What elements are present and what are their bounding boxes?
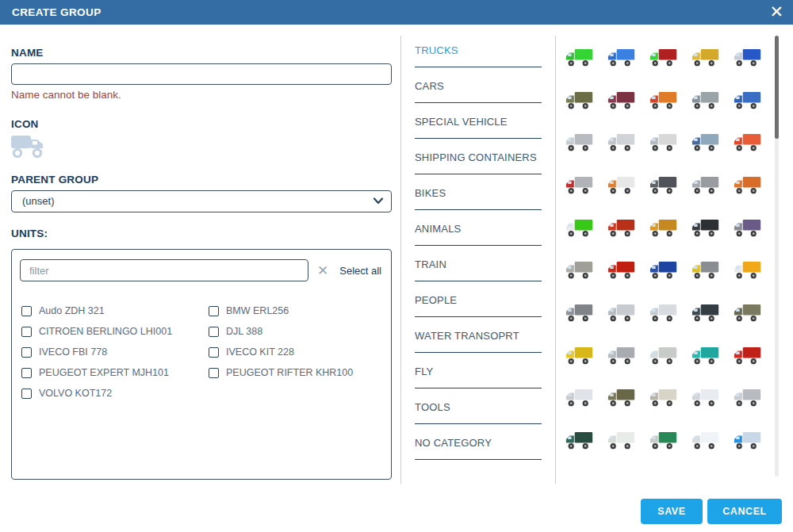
unit-row[interactable]: Audo ZDH 321: [21, 300, 209, 321]
scrollbar-thumb[interactable]: [775, 36, 779, 139]
unit-row[interactable]: IVECO KIT 228: [209, 342, 383, 362]
truck-icon[interactable]: [642, 121, 684, 163]
unit-row[interactable]: CITROEN BERLINGO LHI001: [21, 321, 209, 342]
unit-row[interactable]: PEUGEOT RIFTER KHR100: [209, 362, 383, 383]
truck-icon[interactable]: [600, 377, 642, 419]
scrollbar-track[interactable]: [775, 36, 779, 477]
category-list: TRUCKS CARS SPECIAL VEHICLE SHIPPING CON…: [415, 37, 542, 465]
unit-checkbox[interactable]: [21, 306, 32, 316]
truck-icon[interactable]: [726, 206, 768, 249]
category-item[interactable]: PEOPLE: [415, 287, 542, 317]
truck-icon[interactable]: [600, 206, 642, 249]
category-item[interactable]: CARS: [415, 73, 542, 103]
truck-icon[interactable]: [558, 36, 600, 78]
truck-icon[interactable]: [642, 377, 684, 419]
truck-icon[interactable]: [684, 36, 726, 78]
truck-icon[interactable]: [642, 291, 684, 334]
truck-icon[interactable]: [642, 248, 684, 291]
category-item[interactable]: SPECIAL VEHICLE: [415, 109, 542, 139]
truck-icon[interactable]: [684, 163, 726, 206]
category-item[interactable]: WATER TRANSOPRT: [415, 323, 542, 353]
truck-icon[interactable]: [642, 163, 684, 206]
truck-icon[interactable]: [726, 248, 768, 291]
category-item[interactable]: TRUCKS: [415, 37, 542, 67]
truck-icon[interactable]: [684, 206, 726, 249]
truck-icon[interactable]: [726, 291, 768, 334]
truck-icon[interactable]: [684, 377, 726, 419]
unit-row[interactable]: VOLVO KOT172: [21, 383, 209, 404]
unit-label: Audo ZDH 321: [39, 305, 105, 316]
cancel-button[interactable]: CANCEL: [707, 499, 782, 524]
unit-row[interactable]: IVECO FBI 778: [21, 342, 209, 362]
units-box: ✕ Select all Audo ZDH 321 BMW ERL256 CIT…: [11, 249, 392, 480]
category-item[interactable]: SHIPPING CONTAINERS: [415, 144, 542, 174]
truck-icon[interactable]: [600, 163, 642, 206]
truck-icon[interactable]: [684, 334, 726, 377]
filter-input[interactable]: [20, 259, 308, 281]
truck-icon[interactable]: [600, 248, 642, 291]
truck-icon[interactable]: [600, 419, 642, 461]
unit-checkbox[interactable]: [209, 327, 219, 337]
truck-icon[interactable]: [558, 291, 600, 334]
truck-icon[interactable]: [558, 334, 600, 377]
create-group-dialog: CREATE GROUP ✕ NAME Name cannot be blank…: [0, 0, 793, 532]
unit-row[interactable]: DJL 388: [209, 321, 383, 342]
truck-icon[interactable]: [642, 334, 684, 377]
truck-icon[interactable]: [558, 121, 600, 163]
truck-icon[interactable]: [558, 248, 600, 291]
truck-icon[interactable]: [600, 78, 642, 121]
category-label: FLY: [415, 366, 433, 377]
truck-icon[interactable]: [642, 78, 684, 121]
unit-checkbox[interactable]: [21, 388, 32, 399]
unit-row[interactable]: BMW ERL256: [209, 300, 383, 321]
truck-icon[interactable]: [558, 78, 600, 121]
truck-icon[interactable]: [642, 206, 684, 249]
truck-icon[interactable]: [684, 291, 726, 334]
truck-icon[interactable]: [726, 334, 768, 377]
category-item[interactable]: ANIMALS: [415, 216, 542, 246]
name-input[interactable]: [11, 63, 392, 85]
category-item[interactable]: TRAIN: [415, 251, 542, 281]
truck-icon[interactable]: [600, 334, 642, 377]
select-all-link[interactable]: Select all: [339, 265, 381, 277]
truck-icon[interactable]: [726, 419, 768, 461]
truck-icon[interactable]: [726, 377, 768, 419]
unit-checkbox[interactable]: [209, 368, 219, 378]
truck-icon[interactable]: [600, 121, 642, 163]
unit-checkbox[interactable]: [21, 368, 32, 378]
truck-icon[interactable]: [684, 419, 726, 461]
category-item[interactable]: NO CATEGORY: [415, 430, 542, 460]
category-label: TOOLS: [415, 401, 450, 413]
truck-icon[interactable]: [600, 36, 642, 78]
truck-icon[interactable]: [558, 419, 600, 461]
category-item[interactable]: TOOLS: [415, 394, 542, 424]
clear-filter-icon[interactable]: ✕: [317, 264, 328, 277]
unit-checkbox[interactable]: [209, 306, 219, 316]
unit-checkbox[interactable]: [209, 347, 219, 358]
truck-icon[interactable]: [558, 206, 600, 249]
truck-icon[interactable]: [558, 163, 600, 206]
truck-icon[interactable]: [726, 78, 768, 121]
close-icon[interactable]: ✕: [769, 0, 783, 23]
truck-icon[interactable]: [684, 248, 726, 291]
unit-checkbox[interactable]: [21, 347, 32, 358]
unit-row[interactable]: PEUGEOT EXPERT MJH101: [21, 362, 209, 383]
truck-icon[interactable]: [726, 163, 768, 206]
parent-group-select[interactable]: (unset): [11, 190, 392, 212]
truck-icon[interactable]: [684, 121, 726, 163]
divider-right: [555, 36, 556, 484]
category-item[interactable]: FLY: [415, 358, 542, 388]
truck-icon[interactable]: [600, 291, 642, 334]
unit-checkbox[interactable]: [21, 327, 32, 337]
truck-icon[interactable]: [558, 377, 600, 419]
truck-icon[interactable]: [684, 78, 726, 121]
truck-icon[interactable]: [642, 419, 684, 461]
truck-icon[interactable]: [726, 36, 768, 78]
parent-group-label: PARENT GROUP: [11, 174, 98, 186]
filter-row: ✕ Select all: [20, 259, 383, 281]
truck-icon[interactable]: [642, 36, 684, 78]
save-button[interactable]: SAVE: [641, 499, 703, 524]
category-item[interactable]: BIKES: [415, 180, 542, 210]
truck-icon[interactable]: [726, 121, 768, 163]
icon-label: ICON: [11, 118, 39, 130]
